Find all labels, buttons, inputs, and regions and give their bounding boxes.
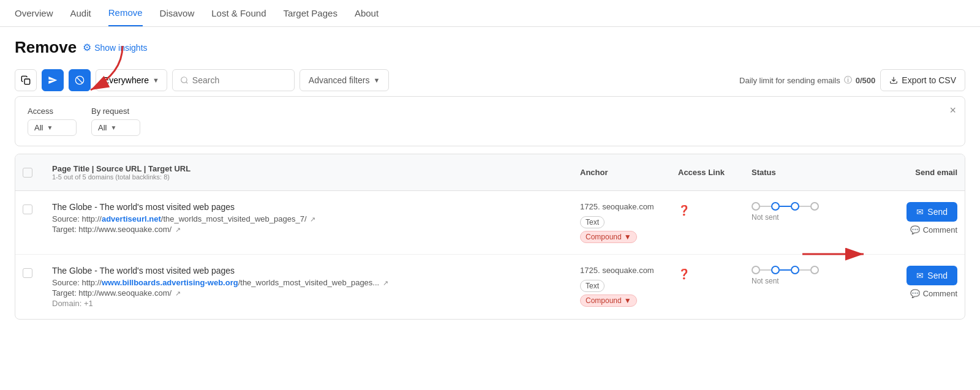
anchor-tag: Text (580, 216, 605, 228)
copy-button[interactable] (15, 69, 37, 91)
filter-close-button[interactable]: × (949, 104, 956, 117)
access-link-cell: ❓ (671, 200, 744, 219)
slider-dot-2 (771, 266, 780, 274)
compound-tag[interactable]: Compound ▼ (580, 231, 637, 243)
page-col-label: Page Title | Source URL | Target URL (52, 164, 565, 173)
row-checkbox-cell (15, 263, 45, 280)
row-checkbox[interactable] (23, 204, 32, 214)
external-link-icon[interactable]: ↗ (175, 290, 181, 297)
advanced-filters-button[interactable]: Advanced filters ▼ (300, 69, 390, 91)
nav-overview[interactable]: Overview (15, 1, 53, 26)
comment-button[interactable]: 💬 Comment (910, 225, 957, 234)
comment-label: Comment (923, 225, 957, 234)
slider-dot-1 (752, 266, 760, 274)
domain-extra: Domain: +1 (52, 299, 565, 308)
anchor-cell: 1725. seoquake.com Text Compound ▼ (573, 263, 671, 309)
question-icon: ❓ (678, 205, 690, 216)
send-toolbar-button[interactable] (42, 69, 64, 91)
gear-icon: ⚙ (83, 42, 91, 53)
location-label: Everywhere (104, 75, 149, 85)
slider-line-3 (799, 206, 810, 207)
filter-panel: × Access All ▼ By request All ▼ (15, 96, 965, 146)
access-label: Access (28, 107, 77, 116)
comment-icon: 💬 (910, 289, 920, 298)
anchor-domain: 1725. seoquake.com (580, 202, 663, 211)
by-request-dropdown[interactable]: All ▼ (91, 119, 140, 136)
table-header: Page Title | Source URL | Target URL 1-5… (15, 154, 965, 191)
source-prefix: Source: http:// (52, 278, 102, 287)
anchor-cell: 1725. seoquake.com Text Compound ▼ (573, 200, 671, 246)
send-label: Send (927, 207, 948, 217)
access-link-col-header: Access Link (671, 164, 744, 181)
mail-icon: ✉ (916, 207, 924, 217)
slider-dot-3 (791, 266, 799, 274)
send-button[interactable]: ✉ Send (907, 266, 957, 285)
page-col-meta: 1-5 out of 5 domains (total backlinks: 8… (52, 173, 565, 181)
status-text: Not sent (752, 277, 859, 285)
by-request-label: By request (91, 107, 140, 116)
comment-icon: 💬 (910, 225, 920, 234)
search-box[interactable] (172, 69, 295, 91)
status-slider[interactable] (752, 202, 859, 211)
nav-about[interactable]: About (355, 1, 379, 26)
toolbar: Everywhere ▼ Advanced filters ▼ Daily li… (0, 64, 980, 96)
slider-dot-4 (810, 266, 819, 274)
mail-icon: ✉ (916, 271, 924, 280)
page-cell: The Globe - The world's most visited web… (45, 200, 573, 236)
svg-line-4 (186, 82, 188, 84)
by-request-value: All (98, 123, 107, 132)
comment-button[interactable]: 💬 Comment (910, 289, 957, 298)
slider-dot-2 (771, 202, 780, 211)
chevron-down-icon: ▼ (373, 77, 380, 84)
location-dropdown[interactable]: Everywhere ▼ (96, 69, 167, 91)
page-cell: The Globe - The world's most visited web… (45, 263, 573, 310)
source-domain-link[interactable]: advertiseurl.net (102, 214, 161, 223)
daily-limit: Daily limit for sending emails ⓘ 0/500 (739, 75, 875, 86)
select-all-checkbox[interactable] (23, 168, 32, 178)
row-checkbox[interactable] (23, 268, 32, 278)
external-link-icon[interactable]: ↗ (175, 226, 181, 233)
send-button[interactable]: ✉ Send (907, 202, 957, 222)
advanced-filters-label: Advanced filters (309, 75, 370, 85)
slider-dot-3 (791, 202, 799, 211)
external-link-icon[interactable]: ↗ (310, 216, 315, 223)
nav-target-pages[interactable]: Target Pages (284, 1, 337, 26)
show-insights-button[interactable]: ⚙ Show insights (83, 42, 147, 53)
table-row: The Globe - The world's most visited web… (15, 191, 965, 255)
export-csv-button[interactable]: Export to CSV (880, 69, 965, 91)
top-nav: Overview Audit Remove Disavow Lost & Fou… (0, 0, 980, 27)
anchor-tag: Text (580, 280, 605, 292)
select-all-checkbox-cell (15, 164, 45, 181)
send-label: Send (927, 271, 948, 280)
nav-audit[interactable]: Audit (70, 1, 91, 26)
nav-disavow[interactable]: Disavow (160, 1, 195, 26)
source-url: Source: http://www.billboards.advertisin… (52, 278, 565, 287)
nav-lost-found[interactable]: Lost & Found (211, 1, 266, 26)
source-url: Source: http://advertiseurl.net/the_worl… (52, 214, 565, 223)
page-col-header: Page Title | Source URL | Target URL 1-5… (45, 160, 573, 184)
source-path: /the_worlds_most_visited_web_pages... (238, 278, 380, 287)
info-icon: ⓘ (844, 75, 852, 86)
status-cell: Not sent (744, 200, 867, 224)
compound-tag[interactable]: Compound ▼ (580, 294, 637, 307)
access-link-cell: ❓ (671, 263, 744, 282)
slider-line-1 (760, 206, 771, 207)
chevron-down-icon: ▼ (47, 124, 53, 131)
search-input[interactable] (192, 75, 278, 85)
slider-line-2 (780, 206, 791, 207)
access-filter: Access All ▼ (28, 107, 77, 136)
nav-remove[interactable]: Remove (108, 0, 143, 26)
source-domain-link[interactable]: www.billboards.advertising-web.org (102, 278, 238, 287)
access-dropdown[interactable]: All ▼ (28, 119, 77, 136)
page-title-text: The Globe - The world's most visited web… (52, 266, 565, 276)
target-url: Target: http://www.seoquake.com/ ↗ (52, 225, 565, 234)
external-link-icon[interactable]: ↗ (383, 279, 388, 287)
slider-line-3 (799, 269, 810, 271)
status-slider[interactable] (752, 266, 859, 274)
actions-cell: ✉ Send 💬 Comment (867, 200, 965, 237)
block-button[interactable] (69, 69, 91, 91)
comment-label: Comment (923, 289, 957, 298)
by-request-filter: By request All ▼ (91, 107, 140, 136)
row-checkbox-cell (15, 200, 45, 217)
export-icon (889, 76, 898, 84)
